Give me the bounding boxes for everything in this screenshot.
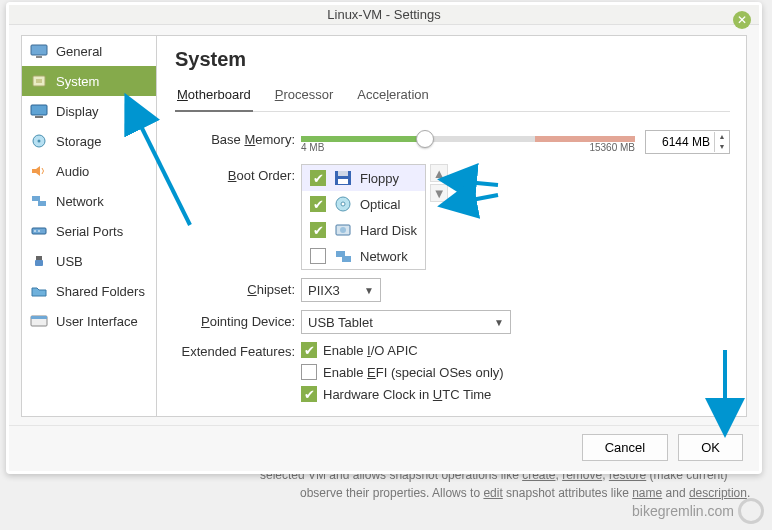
select-pointing-device[interactable]: USB Tablet▼: [301, 310, 511, 334]
sidebar-item-network[interactable]: Network: [22, 186, 156, 216]
svg-rect-15: [35, 260, 43, 266]
folder-icon: [30, 283, 48, 299]
hard-disk-icon: [332, 221, 354, 239]
tab-acceleration[interactable]: Acceleration: [355, 83, 431, 111]
display-icon: [30, 103, 48, 119]
watermark: bikegremlin.com: [632, 498, 764, 524]
sidebar-item-label: System: [56, 74, 99, 89]
boot-item-optical[interactable]: ✔ Optical: [302, 191, 425, 217]
sidebar-item-user-interface[interactable]: User Interface: [22, 306, 156, 336]
row-extended-features: Extended Features: ✔ Enable I/O APIC Ena…: [175, 342, 730, 408]
boot-reorder-buttons: ▲ ▼: [430, 164, 448, 270]
boot-item-hard-disk[interactable]: ✔ Hard Disk: [302, 217, 425, 243]
boot-item-network[interactable]: Network: [302, 243, 425, 269]
svg-point-7: [38, 140, 41, 143]
sidebar-item-serial-ports[interactable]: Serial Ports: [22, 216, 156, 246]
memory-input[interactable]: [646, 135, 714, 149]
svg-point-22: [341, 202, 345, 206]
monitor-icon: [30, 43, 48, 59]
label-pointing-device: Pointing Device:: [175, 310, 295, 329]
boot-item-floppy[interactable]: ✔ Floppy: [302, 165, 425, 191]
row-pointing-device: Pointing Device: USB Tablet▼: [175, 310, 730, 334]
sidebar-item-label: Display: [56, 104, 99, 119]
serial-icon: [30, 223, 48, 239]
close-icon[interactable]: ✕: [733, 11, 751, 29]
page-heading: System: [175, 48, 730, 71]
svg-marker-8: [32, 166, 40, 176]
sidebar-item-storage[interactable]: Storage: [22, 126, 156, 156]
speaker-icon: [30, 163, 48, 179]
checkbox-efi[interactable]: [301, 364, 317, 380]
ok-button[interactable]: OK: [678, 434, 743, 461]
memory-slider[interactable]: 4 MB15360 MB: [301, 128, 635, 156]
boot-order-list[interactable]: ✔ Floppy ✔ Optical ✔: [301, 164, 426, 270]
ext-enable-efi[interactable]: Enable EFI (special OSes only): [301, 364, 504, 380]
chip-icon: [30, 73, 48, 89]
settings-dialog: Linux-VM - Settings ✕ General System: [6, 2, 762, 474]
sidebar-item-label: General: [56, 44, 102, 59]
svg-rect-3: [36, 79, 42, 83]
svg-rect-14: [36, 256, 42, 260]
checkbox-io-apic[interactable]: ✔: [301, 342, 317, 358]
sidebar-item-label: USB: [56, 254, 83, 269]
boot-item-label: Optical: [360, 197, 400, 212]
select-chipset[interactable]: PIIX3▼: [301, 278, 381, 302]
sidebar-item-label: User Interface: [56, 314, 138, 329]
settings-sidebar: General System Display Storage: [21, 35, 157, 417]
svg-rect-5: [35, 116, 43, 118]
svg-rect-19: [338, 171, 348, 176]
cancel-button[interactable]: Cancel: [582, 434, 668, 461]
row-base-memory: Base Memory: 4 MB15360 MB ▲▼: [175, 128, 730, 156]
checkbox-utc[interactable]: ✔: [301, 386, 317, 402]
svg-rect-20: [338, 179, 348, 184]
svg-rect-9: [32, 196, 40, 201]
main-panel: System Motherboard Processor Acceleratio…: [157, 35, 747, 417]
checkbox-hard-disk[interactable]: ✔: [310, 222, 326, 238]
spinner-up-icon[interactable]: ▲: [715, 132, 729, 142]
boot-move-down-icon[interactable]: ▼: [430, 184, 448, 202]
sidebar-item-label: Storage: [56, 134, 102, 149]
checkbox-floppy[interactable]: ✔: [310, 170, 326, 186]
boot-item-label: Floppy: [360, 171, 399, 186]
svg-rect-26: [342, 256, 351, 262]
boot-item-label: Hard Disk: [360, 223, 417, 238]
ext-enable-io-apic[interactable]: ✔ Enable I/O APIC: [301, 342, 504, 358]
gear-icon: [738, 498, 764, 524]
sidebar-item-system[interactable]: System: [22, 66, 156, 96]
svg-rect-10: [38, 201, 46, 206]
dialog-footer: Cancel OK: [9, 425, 759, 471]
checkbox-network[interactable]: [310, 248, 326, 264]
chevron-down-icon: ▼: [364, 285, 374, 296]
ui-icon: [30, 313, 48, 329]
label-chipset: Chipset:: [175, 278, 295, 297]
sidebar-item-display[interactable]: Display: [22, 96, 156, 126]
row-chipset: Chipset: PIIX3▼: [175, 278, 730, 302]
sidebar-item-audio[interactable]: Audio: [22, 156, 156, 186]
optical-icon: [332, 195, 354, 213]
svg-rect-1: [36, 56, 42, 58]
sidebar-item-usb[interactable]: USB: [22, 246, 156, 276]
tab-motherboard[interactable]: Motherboard: [175, 83, 253, 112]
tab-processor[interactable]: Processor: [273, 83, 336, 111]
svg-rect-17: [31, 316, 47, 319]
boot-move-up-icon[interactable]: ▲: [430, 164, 448, 182]
svg-rect-0: [31, 45, 47, 55]
sidebar-item-label: Shared Folders: [56, 284, 145, 299]
svg-point-24: [340, 227, 346, 233]
spinner-down-icon[interactable]: ▼: [715, 142, 729, 152]
sidebar-item-label: Audio: [56, 164, 89, 179]
label-boot-order: Boot Order:: [175, 164, 295, 183]
checkbox-optical[interactable]: ✔: [310, 196, 326, 212]
label-extended-features: Extended Features:: [175, 342, 295, 359]
ext-hardware-clock-utc[interactable]: ✔ Hardware Clock in UTC Time: [301, 386, 504, 402]
sidebar-item-shared-folders[interactable]: Shared Folders: [22, 276, 156, 306]
svg-rect-4: [31, 105, 47, 115]
network-icon: [30, 193, 48, 209]
storage-icon: [30, 133, 48, 149]
memory-spinner[interactable]: ▲▼: [645, 130, 730, 154]
label-base-memory: Base Memory:: [175, 128, 295, 147]
boot-item-label: Network: [360, 249, 408, 264]
titlebar: Linux-VM - Settings ✕: [9, 5, 759, 25]
sidebar-item-general[interactable]: General: [22, 36, 156, 66]
sidebar-item-label: Serial Ports: [56, 224, 123, 239]
